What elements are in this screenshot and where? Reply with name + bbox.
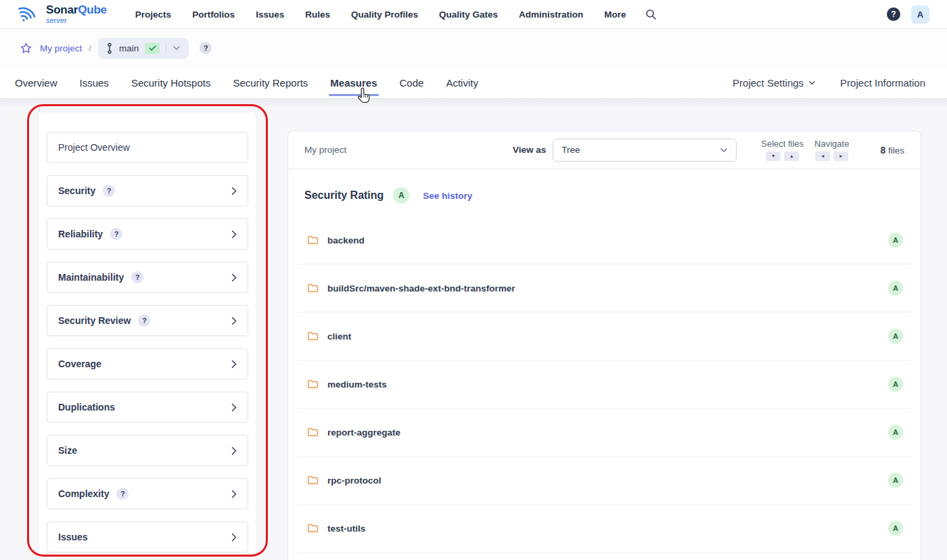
select-previous-file-button[interactable]: ▴ bbox=[784, 151, 799, 161]
file-name-link[interactable]: report-aggregate bbox=[327, 427, 400, 438]
chevron-right-icon bbox=[231, 446, 237, 455]
file-row[interactable]: report-aggregateA bbox=[298, 409, 911, 457]
help-icon[interactable]: ? bbox=[103, 185, 115, 197]
branch-help-icon[interactable]: ? bbox=[200, 42, 212, 54]
sidebar-item-label: Security Review bbox=[58, 315, 131, 326]
tab-security-reports[interactable]: Security Reports bbox=[233, 67, 308, 98]
tab-issues[interactable]: Issues bbox=[80, 67, 109, 98]
search-icon[interactable] bbox=[645, 9, 657, 20]
sidebar-item-complexity[interactable]: Complexity? bbox=[47, 478, 248, 509]
sidebar-item-label: Security bbox=[58, 185, 95, 196]
project-tabs: OverviewIssuesSecurity HotspotsSecurity … bbox=[15, 67, 478, 98]
branch-icon bbox=[106, 43, 113, 54]
file-row[interactable]: buildSrc/maven-shade-ext-bnd-transformer… bbox=[298, 264, 911, 312]
top-navbar: SonarQube server ProjectsPortfoliosIssue… bbox=[0, 0, 947, 29]
sidebar-item-maintainability[interactable]: Maintainability? bbox=[47, 262, 248, 293]
tab-code[interactable]: Code bbox=[400, 67, 424, 98]
nav-item-administration[interactable]: Administration bbox=[519, 9, 583, 20]
folder-icon bbox=[307, 331, 319, 341]
chevron-right-icon bbox=[231, 273, 237, 282]
project-settings-menu[interactable]: Project Settings bbox=[733, 77, 816, 89]
chevron-down-icon bbox=[172, 45, 181, 51]
select-files-label: Select files bbox=[761, 139, 804, 149]
folder-icon bbox=[307, 235, 319, 245]
folder-icon bbox=[307, 283, 319, 293]
breadcrumb-separator: / bbox=[89, 43, 91, 53]
favorite-star-icon[interactable] bbox=[20, 43, 32, 53]
branch-selector[interactable]: main bbox=[98, 38, 189, 59]
check-icon bbox=[149, 45, 156, 51]
measures-toolbar: My project View as Tree Select files ▾ ▴… bbox=[288, 131, 921, 169]
nav-item-more[interactable]: More bbox=[604, 9, 626, 20]
folder-icon bbox=[307, 427, 319, 437]
measures-sidebar: Project OverviewSecurity?Reliability?Mai… bbox=[38, 112, 257, 555]
file-name-link[interactable]: client bbox=[327, 331, 351, 342]
help-icon[interactable]: ? bbox=[138, 314, 150, 327]
chevron-right-icon bbox=[231, 533, 237, 542]
rating-badge: A bbox=[393, 187, 409, 204]
file-name-link[interactable]: backend bbox=[327, 235, 365, 246]
folder-icon bbox=[307, 379, 319, 389]
nav-item-rules[interactable]: Rules bbox=[305, 9, 330, 20]
sidebar-item-security[interactable]: Security? bbox=[47, 175, 248, 206]
tab-activity[interactable]: Activity bbox=[446, 67, 478, 98]
file-row[interactable]: rpc-protocolA bbox=[298, 457, 911, 505]
see-history-link[interactable]: See history bbox=[423, 191, 472, 201]
navigate-right-button[interactable]: ▸ bbox=[833, 151, 848, 161]
file-name-link[interactable]: buildSrc/maven-shade-ext-bnd-transformer bbox=[327, 283, 515, 294]
help-icon[interactable]: ? bbox=[110, 228, 122, 240]
component-breadcrumb-link[interactable]: My project bbox=[304, 145, 346, 155]
help-icon[interactable]: ? bbox=[116, 488, 129, 500]
sidebar-item-label: Reliability bbox=[58, 229, 103, 239]
sidebar-item-project-overview[interactable]: Project Overview bbox=[47, 132, 248, 163]
files-count: 8 files bbox=[880, 145, 904, 156]
nav-item-portfolios[interactable]: Portfolios bbox=[192, 9, 235, 20]
file-name-link[interactable]: medium-tests bbox=[327, 379, 387, 390]
rating-badge: A bbox=[888, 425, 903, 440]
file-name-link[interactable]: test-utils bbox=[327, 523, 365, 534]
nav-item-quality-profiles[interactable]: Quality Profiles bbox=[351, 9, 418, 20]
view-as-label: View as bbox=[513, 145, 546, 155]
sidebar-item-label: Complexity bbox=[58, 488, 109, 499]
navigate-left-button[interactable]: ◂ bbox=[815, 151, 830, 161]
view-as-select[interactable]: Tree bbox=[553, 139, 737, 162]
sidebar-item-security-review[interactable]: Security Review? bbox=[47, 305, 248, 336]
help-icon[interactable]: ? bbox=[131, 271, 143, 283]
sidebar-item-label: Maintainability bbox=[58, 272, 124, 283]
breadcrumb-project-link[interactable]: My project bbox=[40, 43, 82, 53]
nav-item-projects[interactable]: Projects bbox=[135, 9, 171, 20]
help-icon[interactable]: ? bbox=[887, 7, 900, 21]
brand-sub: server bbox=[46, 17, 107, 24]
sonar-waves-icon bbox=[18, 3, 41, 26]
file-row[interactable]: test-utilsA bbox=[298, 505, 911, 553]
file-row[interactable]: medium-testsA bbox=[298, 360, 911, 409]
navigate-label: Navigate bbox=[814, 139, 849, 149]
select-next-file-button[interactable]: ▾ bbox=[766, 151, 781, 161]
tab-measures[interactable]: Measures bbox=[330, 67, 377, 98]
metric-heading-row: Security Rating A See history bbox=[288, 169, 921, 216]
sidebar-item-duplications[interactable]: Duplications bbox=[47, 392, 248, 423]
branch-name: main bbox=[119, 43, 139, 53]
sidebar-item-label: Size bbox=[58, 445, 77, 456]
file-name-link[interactable]: rpc-protocol bbox=[327, 475, 382, 486]
files-list: backendAbuildSrc/maven-shade-ext-bnd-tra… bbox=[298, 216, 911, 553]
folder-icon bbox=[307, 475, 319, 485]
nav-item-quality-gates[interactable]: Quality Gates bbox=[439, 9, 498, 20]
sidebar-item-size[interactable]: Size bbox=[47, 435, 248, 466]
chevron-right-icon bbox=[231, 317, 237, 325]
breadcrumb: My project / main ? bbox=[0, 29, 947, 67]
file-row[interactable]: backendA bbox=[298, 216, 911, 264]
brand-name: SonarQube bbox=[46, 3, 107, 16]
project-information-button[interactable]: Project Information bbox=[840, 77, 925, 89]
avatar[interactable]: A bbox=[911, 5, 929, 24]
chevron-right-icon bbox=[231, 230, 237, 239]
nav-item-issues[interactable]: Issues bbox=[256, 9, 284, 20]
tab-overview[interactable]: Overview bbox=[15, 67, 57, 98]
sidebar-item-issues[interactable]: Issues bbox=[47, 521, 248, 553]
tab-security-hotspots[interactable]: Security Hotspots bbox=[131, 67, 211, 98]
sonarqube-logo[interactable]: SonarQube server bbox=[18, 3, 107, 26]
rating-badge: A bbox=[888, 521, 903, 536]
sidebar-item-coverage[interactable]: Coverage bbox=[47, 348, 248, 379]
file-row[interactable]: clientA bbox=[298, 312, 911, 360]
sidebar-item-reliability[interactable]: Reliability? bbox=[47, 218, 248, 250]
